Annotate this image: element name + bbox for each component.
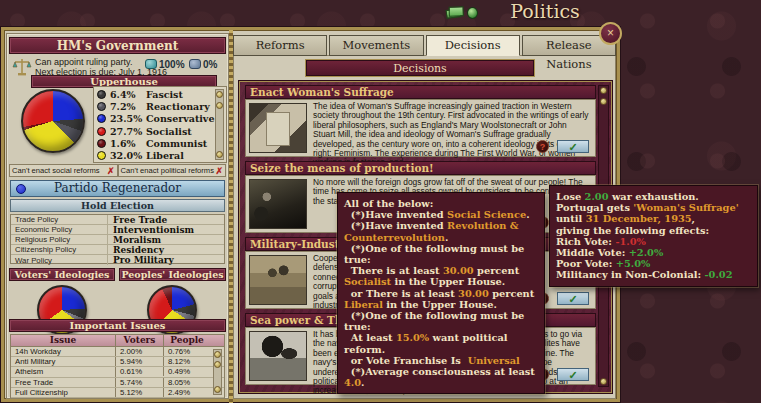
- enact-decision-button[interactable]: ✓: [557, 292, 589, 305]
- policy-row: Religious PolicyMoralism: [11, 235, 224, 245]
- decision-title: Enact Woman's Suffrage: [245, 85, 596, 99]
- social-reforms-note: Can't enact social reforms✗: [9, 164, 118, 177]
- tooltip-line: Militancy in Non-Colonial: -0.02: [556, 269, 751, 280]
- decision-description: The idea of Woman's Suffrage increasingl…: [313, 102, 591, 168]
- decision-requirements-tooltip: All of the below: (*)Have invented Socia…: [337, 192, 545, 394]
- policy-row: Economic PolicyInterventionism: [11, 225, 224, 235]
- tab-decisions[interactable]: Decisions: [426, 35, 520, 56]
- political-reforms-note: Can't enact political reforms✗: [118, 164, 227, 177]
- question-icon[interactable]: ?: [536, 140, 549, 153]
- tooltip-line: At least 15.0% want political reform.: [344, 332, 538, 354]
- cross-icon: ✗: [107, 166, 115, 176]
- government-header: HM's Government: [9, 37, 226, 54]
- decision-photo: [249, 255, 307, 305]
- scroll-thumb[interactable]: [214, 361, 221, 368]
- government-sidebar: HM's Government Can appoint ruling party…: [6, 33, 229, 399]
- decision-body: The idea of Woman's Suffrage increasingl…: [245, 99, 596, 157]
- tooltip-line: (*)Have invented Revolution & Counterrev…: [344, 220, 538, 242]
- tab-reforms[interactable]: Reforms: [233, 35, 327, 56]
- issues-table: Issue Voters People 14h Workday2.00%0.76…: [10, 334, 225, 398]
- revanchism-stat: 0%: [189, 59, 217, 70]
- party-color-icon: [97, 151, 106, 160]
- scroll-thumb[interactable]: [600, 98, 607, 105]
- policies-table: Trade PolicyFree TradeEconomic PolicyInt…: [10, 214, 225, 264]
- party-color-icon: [97, 102, 106, 111]
- tooltip-line: (*)One of the following must be true:: [344, 243, 538, 265]
- scroll-up-icon[interactable]: [600, 87, 607, 94]
- legend-row: 6.4%Fascist: [97, 88, 214, 100]
- tooltip-line: Lose 2.00 war exhaustion.: [556, 191, 751, 202]
- decisions-title: Decisions: [306, 60, 534, 76]
- scroll-thumb[interactable]: [216, 102, 223, 109]
- party-ideology-icon: [16, 184, 26, 194]
- page-title: Politics: [500, 0, 590, 24]
- party-color-icon: [97, 90, 106, 99]
- ruling-party-button[interactable]: Partido Regenerador: [10, 180, 225, 197]
- voters-ideologies-header: Voters' Ideologies: [9, 268, 115, 281]
- issue-row: Anti Military5.94%8.12%: [11, 357, 224, 367]
- column-people: People: [164, 335, 210, 346]
- cross-icon: ✗: [215, 166, 223, 176]
- scroll-down-icon[interactable]: [214, 386, 221, 393]
- coin-icon: [467, 7, 478, 19]
- policy-row: Trade PolicyFree Trade: [11, 215, 224, 225]
- people-icon: [145, 59, 157, 69]
- close-button[interactable]: ×: [599, 22, 622, 45]
- crowd-icon: [189, 59, 201, 69]
- scroll-up-icon[interactable]: [214, 351, 221, 358]
- tooltip-line: Rich Vote: -1.0%: [556, 236, 751, 247]
- legend-row: 32.0%Liberal: [97, 149, 214, 161]
- column-voters: Voters: [116, 335, 164, 346]
- upperhouse-pie-chart: [21, 89, 85, 153]
- party-color-icon: [97, 139, 106, 148]
- tooltip-line: There is at least 30.00 percent Socialis…: [344, 265, 538, 287]
- tab-movements[interactable]: Movements: [329, 35, 423, 56]
- decision-title: Seize the means of production!: [245, 161, 596, 175]
- plurality-stat: 100%: [145, 59, 185, 70]
- important-issues-header: Important Issues: [9, 319, 226, 332]
- scroll-down-icon[interactable]: [600, 378, 607, 385]
- issue-row: 14h Workday2.00%0.76%: [11, 347, 224, 357]
- issue-row: Free Trade5.74%8.05%: [11, 378, 224, 388]
- tab-bar: ReformsMovementsDecisionsRelease Nations: [233, 35, 616, 56]
- tooltip-line: Poor Vote: +5.0%: [556, 258, 751, 269]
- politics-screen: Politics × HM's Government Can appoint r…: [0, 0, 761, 403]
- scroll-down-icon[interactable]: [216, 151, 223, 158]
- peoples-ideologies-header: Peoples' Ideologies: [119, 268, 226, 281]
- tooltip-line: or There is at least 30.00 percent Liber…: [344, 288, 538, 310]
- money-icon: [445, 8, 461, 19]
- policy-row: War PolicyPro Military: [11, 255, 224, 265]
- legend-scrollbar[interactable]: [215, 89, 224, 160]
- decision-photo: [249, 103, 307, 153]
- hold-election-button[interactable]: Hold Election: [10, 199, 225, 212]
- tooltip-line: All of the below:: [344, 198, 538, 209]
- ruling-party-note: Can appoint ruling party.: [35, 57, 132, 67]
- scroll-up-icon[interactable]: [216, 91, 223, 98]
- legend-row: 23.5%Conservative: [97, 113, 214, 125]
- tooltip-line: (*)One of the following must be true:: [344, 310, 538, 332]
- issue-row: Full Citizenship5.12%2.49%: [11, 388, 224, 398]
- issues-table-header: Issue Voters People: [11, 335, 224, 347]
- legend-row: 7.2%Reactionary: [97, 100, 214, 112]
- enact-decision-button[interactable]: ✓: [557, 368, 589, 381]
- party-color-icon: [97, 114, 106, 123]
- decision-photo: [249, 331, 307, 381]
- enact-decision-button[interactable]: ✓: [557, 140, 589, 153]
- legend-row: 27.7%Socialist: [97, 125, 214, 137]
- tooltip-line: (*)Average consciousness at least 4.0.: [344, 366, 538, 388]
- upperhouse-legend: 6.4%Fascist7.2%Reactionary23.5%Conservat…: [93, 86, 227, 163]
- scales-icon: [12, 57, 32, 77]
- decision-photo: [249, 179, 307, 229]
- column-issue: Issue: [11, 335, 116, 346]
- treasury-icons: [446, 6, 480, 21]
- reform-notes: Can't enact social reforms✗ Can't enact …: [9, 164, 226, 177]
- party-color-icon: [97, 127, 106, 136]
- issue-row: Atheism0.61%0.49%: [11, 367, 224, 377]
- tooltip-line: (*)Have invented Social Science.: [344, 209, 538, 220]
- tooltip-line: Portugal gets 'Woman's Suffrage' until 3…: [556, 202, 751, 224]
- issues-scrollbar[interactable]: [213, 349, 222, 395]
- decision-effects-tooltip: Lose 2.00 war exhaustion.Portugal gets '…: [549, 185, 758, 287]
- legend-row: 1.6%Communist: [97, 137, 214, 149]
- policy-row: Citizenship PolicyResidency: [11, 245, 224, 255]
- tooltip-line: Middle Vote: +2.0%: [556, 247, 751, 258]
